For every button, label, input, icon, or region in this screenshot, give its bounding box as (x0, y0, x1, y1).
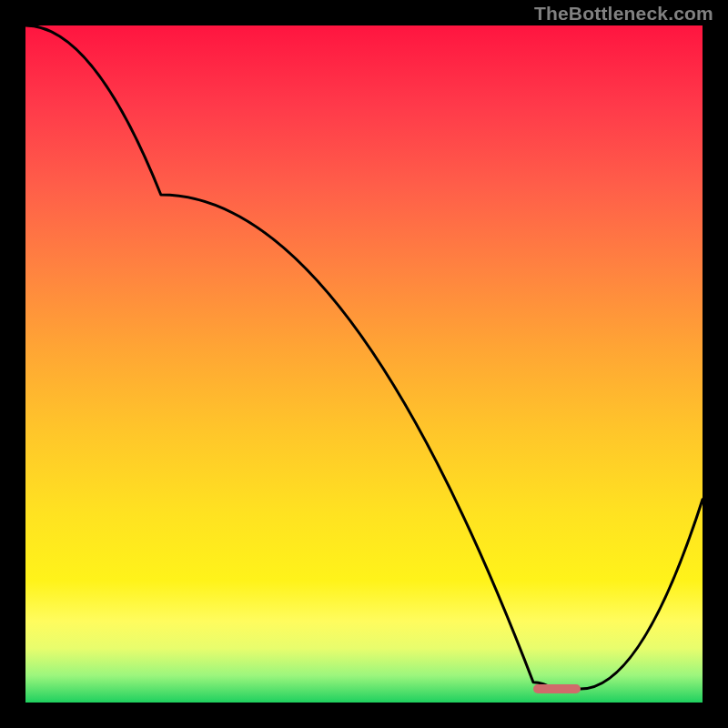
optimal-zone-marker (533, 684, 581, 693)
watermark-text: TheBottleneck.com (534, 3, 713, 25)
chart-frame: TheBottleneck.com (0, 0, 728, 728)
plot-area (25, 25, 703, 703)
line-curve (25, 25, 703, 703)
